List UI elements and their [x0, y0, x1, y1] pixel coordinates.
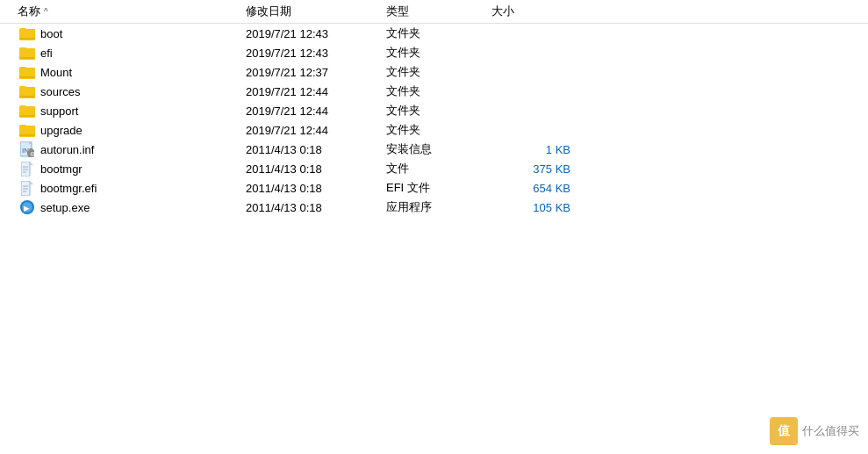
file-name-text: bootmgr.efi [40, 182, 97, 195]
file-type: EFI 文件 [386, 180, 491, 196]
col-header-name[interactable]: 名称 ^ [18, 4, 246, 19]
svg-rect-19 [19, 106, 35, 115]
file-name-cell: sources [18, 82, 246, 101]
list-item[interactable]: upgrade2019/7/21 12:44文件夹 [0, 120, 868, 140]
file-name-cell: bootmgr.efi [18, 178, 246, 198]
header-name-label: 名称 [18, 4, 40, 19]
file-name-cell: Mount [18, 62, 246, 82]
file-date: 2019/7/21 12:43 [246, 47, 386, 60]
col-header-size[interactable]: 大小 [491, 4, 579, 19]
file-name-cell: support [18, 101, 246, 120]
file-size: 654 KB [491, 182, 579, 195]
file-name-text: sources [40, 85, 81, 98]
file-icon [18, 178, 37, 198]
header-date-label: 修改日期 [246, 4, 291, 18]
file-name-cell: INF ⚙ autorun.inf [18, 140, 246, 159]
file-date: 2019/7/21 12:44 [246, 124, 386, 137]
svg-rect-15 [19, 87, 35, 96]
list-item[interactable]: bootmgr.efi2011/4/13 0:18EFI 文件654 KB [0, 178, 868, 198]
file-type: 文件夹 [386, 122, 491, 138]
file-name-text: Mount [40, 66, 72, 79]
folder-svg [19, 65, 35, 79]
file-icon [18, 159, 37, 178]
exe-svg: ▶ [19, 199, 35, 215]
file-svg [21, 162, 33, 177]
table-header: 名称 ^ 修改日期 类型 大小 [0, 0, 868, 24]
svg-rect-3 [19, 29, 35, 38]
file-date: 2019/7/21 12:43 [246, 27, 386, 40]
list-item[interactable]: sources2019/7/21 12:44文件夹 [0, 82, 868, 101]
list-item[interactable]: Mount2019/7/21 12:37文件夹 [0, 62, 868, 82]
svg-rect-23 [19, 126, 35, 134]
file-name-cell: boot [18, 24, 246, 43]
file-name-cell: ▶ setup.exe [18, 198, 246, 217]
file-name-text: bootmgr [40, 162, 82, 176]
watermark: 值 什么值得买 [770, 417, 859, 445]
file-explorer: 名称 ^ 修改日期 类型 大小 boot2019/7/21 12:43文件夹 e… [0, 0, 868, 454]
file-name-cell: upgrade [18, 120, 246, 140]
file-name-cell: bootmgr [18, 159, 246, 178]
inf-svg: INF ⚙ [20, 141, 34, 157]
file-name-text: support [40, 104, 78, 118]
folder-icon [18, 43, 37, 62]
list-item[interactable]: efi2019/7/21 12:43文件夹 [0, 43, 868, 62]
list-item[interactable]: support2019/7/21 12:44文件夹 [0, 101, 868, 120]
file-name-text: upgrade [40, 124, 82, 137]
file-date: 2019/7/21 12:44 [246, 85, 386, 98]
header-size-label: 大小 [491, 4, 514, 18]
col-header-date[interactable]: 修改日期 [246, 4, 386, 19]
file-name-text: efi [40, 47, 53, 60]
folder-icon [18, 24, 37, 43]
folder-svg [19, 26, 35, 40]
file-type: 文件夹 [386, 25, 491, 41]
sort-arrow-icon: ^ [44, 7, 48, 17]
watermark-text: 什么值得买 [802, 423, 859, 439]
col-header-type[interactable]: 类型 [386, 4, 491, 19]
svg-text:⚙: ⚙ [30, 151, 35, 157]
file-type: 文件夹 [386, 64, 491, 80]
file-type: 文件夹 [386, 103, 491, 119]
inf-file-icon: INF ⚙ [18, 140, 37, 159]
header-type-label: 类型 [386, 4, 409, 18]
svg-rect-7 [19, 48, 35, 57]
file-type: 应用程序 [386, 199, 491, 215]
folder-icon [18, 82, 37, 101]
folder-icon [18, 101, 37, 120]
file-name-text: autorun.inf [40, 143, 94, 156]
folder-svg [19, 123, 35, 137]
folder-svg [19, 84, 35, 98]
folder-svg [19, 104, 35, 118]
list-item[interactable]: bootmgr2011/4/13 0:18文件375 KB [0, 159, 868, 178]
exe-file-icon: ▶ [18, 198, 37, 217]
file-svg [21, 181, 33, 196]
file-name-text: setup.exe [40, 201, 90, 214]
file-list: boot2019/7/21 12:43文件夹 efi2019/7/21 12:4… [0, 24, 868, 217]
svg-rect-11 [19, 68, 35, 76]
file-date: 2011/4/13 0:18 [246, 182, 386, 195]
file-date: 2011/4/13 0:18 [246, 162, 386, 176]
file-type: 文件夹 [386, 83, 491, 99]
folder-icon [18, 120, 37, 140]
file-name-cell: efi [18, 43, 246, 62]
list-item[interactable]: ▶ setup.exe2011/4/13 0:18应用程序105 KB [0, 198, 868, 217]
file-date: 2019/7/21 12:37 [246, 66, 386, 79]
list-item[interactable]: INF ⚙ autorun.inf2011/4/13 0:18安装信息1 KB [0, 140, 868, 159]
file-type: 文件夹 [386, 45, 491, 61]
file-size: 375 KB [491, 162, 579, 176]
svg-text:▶: ▶ [24, 205, 30, 213]
file-date: 2019/7/21 12:44 [246, 104, 386, 118]
file-date: 2011/4/13 0:18 [246, 143, 386, 156]
file-type: 文件 [386, 161, 491, 177]
file-name-text: boot [40, 27, 62, 40]
watermark-icon: 值 [770, 417, 798, 445]
file-size: 1 KB [491, 143, 579, 156]
file-size: 105 KB [491, 201, 579, 214]
file-type: 安装信息 [386, 141, 491, 157]
svg-marker-30 [30, 162, 33, 165]
file-date: 2011/4/13 0:18 [246, 201, 386, 214]
svg-marker-35 [30, 181, 33, 184]
list-item[interactable]: boot2019/7/21 12:43文件夹 [0, 24, 868, 43]
folder-svg [19, 46, 35, 60]
folder-icon [18, 62, 37, 82]
